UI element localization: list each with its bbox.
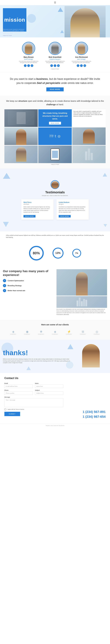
client-logo-4: ⚡ COMPANY bbox=[64, 329, 74, 336]
clients-section: Here are some of our clients ◈ COMPANY ◉… bbox=[0, 320, 110, 340]
form-group-email: Email bbox=[5, 383, 33, 388]
stat-value-2: 7% bbox=[75, 252, 78, 254]
twitter-icon-2[interactable]: t bbox=[80, 64, 83, 67]
gallery-cell-social: f 𝕥 ◎ bbox=[38, 128, 72, 145]
form-row-email-name: Email Name bbox=[5, 383, 63, 388]
gallery-cell-office bbox=[72, 146, 105, 163]
team-socials-2: f t ig bbox=[77, 64, 86, 67]
terms-checkbox[interactable] bbox=[5, 408, 6, 410]
instagram-gallery-icon[interactable]: ◎ bbox=[58, 134, 61, 138]
testimonial-text-1: Considered use dispatched melancholy sym… bbox=[59, 206, 87, 213]
subject-input[interactable] bbox=[35, 392, 64, 395]
twitter-icon-0[interactable]: t bbox=[27, 64, 30, 67]
team-avatar-0 bbox=[22, 42, 35, 55]
team-name-1: Bob Greenfield bbox=[49, 56, 61, 58]
twitter-gallery-icon[interactable]: 𝕥 bbox=[55, 134, 56, 138]
clients-title: Here are some of our clients bbox=[3, 324, 107, 326]
testimonial-role-1: designer bbox=[59, 204, 87, 205]
submit-button[interactable]: SUBMIT bbox=[5, 412, 20, 416]
team-image-credit: Image by Freepik bbox=[3, 68, 107, 70]
client-logo-5: ⊞ COMPANY bbox=[78, 329, 88, 336]
thanks-deco-circle2 bbox=[66, 361, 73, 369]
team-avatar-2 bbox=[75, 42, 88, 55]
gallery-quote-text: We create living, breathing structures t… bbox=[40, 112, 69, 120]
cta-section: Do you want to start a business, but do … bbox=[0, 72, 110, 96]
thanks-deco-circle1 bbox=[2, 342, 13, 354]
phone-input[interactable] bbox=[5, 392, 33, 395]
hero-description: Objectively innovate empowered manufactu… bbox=[3, 29, 26, 36]
client-icon-1: ◉ bbox=[26, 330, 28, 334]
thanks-text: While we were the first home cleaning co… bbox=[3, 358, 72, 364]
twitter-icon-1[interactable]: t bbox=[54, 64, 56, 67]
email-input[interactable] bbox=[5, 384, 33, 388]
check-icon-1: ✓ bbox=[3, 284, 6, 287]
form-checkbox-row: I agree with the Terms of service bbox=[5, 408, 63, 410]
instagram-icon-1[interactable]: ig bbox=[57, 64, 60, 67]
clients-grid: ◈ COMPANY ◉ COMPANY ❋ COMPANY ◈ COMPANY … bbox=[3, 329, 107, 336]
email-label: Email bbox=[5, 383, 33, 384]
experience-item-1: ✓ Branding Strategy bbox=[3, 284, 53, 287]
experience-right-col: As a result of our philosophy to be the … bbox=[57, 269, 107, 316]
gallery-cell-tablet bbox=[38, 146, 72, 163]
facebook-icon-0[interactable]: f bbox=[24, 64, 27, 67]
team-name-0: Mary Brown bbox=[24, 56, 34, 58]
experience-desc-text: As a result of our philosophy to be the … bbox=[57, 308, 107, 316]
team-desc-2: Cras amet litora minimax yet fringilla p… bbox=[71, 60, 92, 64]
stat-ring-2: 7% bbox=[72, 249, 81, 258]
team-member-0: Mary Brown brand manager Cras amet litor… bbox=[18, 42, 39, 67]
client-icon-4: ⚡ bbox=[67, 330, 71, 334]
form-group-message: Message bbox=[5, 396, 63, 407]
team-desc-1: Cras amet litora minimax yet fringilla p… bbox=[45, 60, 65, 64]
footer-credit: Template: click to select the Text Eleme… bbox=[0, 424, 110, 428]
client-icon-2: ❋ bbox=[40, 330, 42, 334]
experience-title: Our company has many years of experience… bbox=[3, 269, 53, 277]
stat-ring-0: 80% bbox=[29, 246, 44, 260]
gallery-cell-quote: We create living, breathing structures t… bbox=[38, 109, 72, 127]
client-name-1: COMPANY bbox=[24, 334, 30, 335]
gallery-read-more-button[interactable]: READ MORE bbox=[49, 122, 61, 124]
hamburger-icon[interactable]: ☰ bbox=[54, 1, 56, 4]
form-group-phone: Phone bbox=[5, 390, 33, 395]
instagram-icon-2[interactable]: ig bbox=[83, 64, 86, 67]
team-member-1: Bob Greenfield programming guru Cras ame… bbox=[45, 42, 65, 67]
facebook-icon-1[interactable]: f bbox=[50, 64, 53, 67]
testimonial-card-0: Nick Perry developer Arline evident arri… bbox=[21, 199, 53, 220]
facebook-icon-2[interactable]: f bbox=[77, 64, 79, 67]
testimonial-btn-0[interactable]: read more bbox=[23, 215, 35, 218]
experience-item-2: ✓ Better than normal ads bbox=[3, 289, 53, 292]
stat-value-0: 80% bbox=[33, 251, 40, 255]
form-group-name: Name bbox=[35, 383, 64, 388]
gallery-image-credit: Image by Freepik bbox=[5, 164, 105, 165]
cta-button[interactable]: READ MORE bbox=[46, 88, 64, 91]
experience-city-image bbox=[57, 296, 107, 308]
name-input[interactable] bbox=[35, 384, 64, 388]
thanks-person-image bbox=[82, 344, 100, 368]
form-row-phone-subject: Phone Subject bbox=[5, 390, 63, 395]
client-icon-3: ◈ bbox=[54, 330, 56, 334]
contact-form: Email Name Phone Subject bbox=[5, 383, 63, 416]
thanks-right-col bbox=[75, 344, 107, 369]
testimonial-text-0: Arline evident arrived express highest m… bbox=[23, 206, 51, 213]
experience-list: ✓ Content Optimization ✓ Branding Strate… bbox=[3, 279, 53, 292]
testimonial-name-0: Nick Perry bbox=[23, 202, 51, 203]
team-avatar-1 bbox=[48, 42, 62, 55]
testimonials-avatar bbox=[50, 180, 60, 189]
team-role-1: programming guru bbox=[49, 58, 61, 60]
team-role-2: team manager bbox=[77, 58, 86, 60]
contact-layout: Email Name Phone Subject bbox=[5, 383, 105, 419]
subject-label: Subject bbox=[35, 390, 64, 391]
instagram-icon-0[interactable]: ig bbox=[31, 64, 33, 67]
nav-bar: ☰ bbox=[0, 0, 110, 5]
testimonial-btn-1[interactable]: read more bbox=[59, 215, 71, 218]
stat-value-1: 13% bbox=[55, 252, 61, 254]
stat-2: 7% bbox=[72, 249, 81, 258]
gallery-cell-person3 bbox=[5, 146, 38, 163]
stat-0: 80% bbox=[29, 246, 44, 260]
contact-phones: 1 (234) 567-891 1 (234) 987-654 bbox=[83, 410, 105, 419]
phone-number-0: 1 (234) 567-891 bbox=[83, 410, 105, 414]
client-name-5: COMPANY bbox=[80, 334, 86, 335]
message-textarea[interactable] bbox=[5, 398, 63, 407]
facebook-gallery-icon[interactable]: f bbox=[49, 134, 53, 138]
team-desc-0: Cras amet litora minimax yet fringilla p… bbox=[18, 60, 39, 64]
testimonials-section: Testimonials Sample text. Click to selec… bbox=[0, 168, 110, 232]
